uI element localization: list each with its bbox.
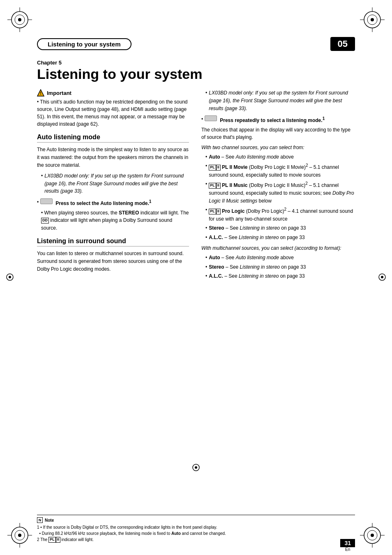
svg-point-31 [381, 276, 383, 278]
two-ch-plii-movie: PLII PL II Movie (Dolby Pro Logic II Mov… [205, 162, 355, 179]
multichannel-intro: With multichannel sources, you can selec… [201, 244, 355, 252]
warning-icon: ! [37, 89, 44, 97]
side-decoration-left [6, 273, 14, 282]
svg-point-9 [371, 18, 374, 21]
important-header: ! Important [37, 89, 189, 97]
chapter-title: Listening to your system [37, 67, 355, 82]
left-column: ! Important • This unit's audio function… [37, 89, 189, 282]
svg-point-2 [18, 18, 21, 21]
svg-point-16 [18, 534, 21, 537]
header-bar: Listening to your system 05 [37, 36, 355, 52]
auto-lx-text: LX03BD model only: If you set up the sys… [44, 172, 189, 195]
two-column-layout: ! Important • This unit's audio function… [37, 89, 355, 282]
press-auto-section: • Press to select the Auto listening mod… [37, 198, 189, 232]
press-auto-row: • Press to select the Auto listening mod… [37, 198, 189, 207]
two-channel-intro: With two channel sources, you can select… [201, 144, 355, 152]
multi-alc: A.L.C. – See Listening in stereo on page… [205, 272, 355, 280]
auto-lx-note: LX03BD model only: If you set up the sys… [41, 172, 189, 195]
two-ch-alc: A.L.C. – See Listening in stereo on page… [205, 234, 355, 242]
svg-text:!: ! [40, 91, 41, 96]
note-text-3: 2 The PLII indicator will light. [37, 537, 355, 543]
two-ch-auto: Auto – See Auto listening mode above [205, 153, 355, 161]
note-text-2: • During 88.2 kHz/96 kHz source playback… [37, 530, 355, 537]
surround-body: You can listen to stereo or multichannel… [37, 250, 189, 273]
footer-note: N Note 1 • If the source is Dolby Digita… [37, 515, 355, 543]
svg-point-29 [9, 276, 11, 278]
surround-section-title: Listening in surround sound [37, 237, 189, 246]
note-icon: N [37, 517, 43, 523]
side-decoration-right [378, 273, 386, 282]
right-lx-note: LX03BD model only: If you set up the sys… [205, 89, 355, 112]
corner-decoration-bl [7, 523, 32, 548]
chapter-label: Chapter 5 [37, 60, 355, 66]
two-ch-plii-music: PLII PL II Music (Dolby Pro Logic II Mus… [205, 180, 355, 205]
corner-decoration-br [360, 523, 385, 548]
header-title: Listening to your system [37, 38, 131, 50]
page-lang: En [340, 547, 355, 552]
page-number-area: 31 En [340, 539, 355, 552]
note-label: Note [45, 517, 54, 523]
stereo-indicator-note: • When playing stereo sources, the STERE… [41, 209, 189, 232]
two-ch-pro-logic: PLII Pro Logic (Dolby Pro Logic)2 – 4.1 … [205, 206, 355, 223]
press-repeatedly-section: • Press repeatedly to select a listening… [201, 115, 355, 280]
page-number-box: 31 [340, 539, 355, 547]
corner-decoration-tr [360, 7, 385, 32]
two-ch-stereo: Stereo – See Listening in stereo on page… [205, 224, 355, 232]
note-text-1: 1 • If the source is Dolby Digital or DT… [37, 524, 355, 530]
press-button-auto [40, 198, 53, 204]
important-label: Important [47, 90, 71, 96]
dd-indicator: DD [41, 218, 49, 223]
note-header: N Note [37, 517, 355, 523]
press-repeatedly-row: • Press repeatedly to select a listening… [201, 115, 355, 124]
multi-auto: Auto – See Auto listening mode above [205, 254, 355, 262]
multi-stereo: Stereo – See Listening in stereo on page… [205, 263, 355, 271]
press-button-repeat [205, 115, 217, 121]
important-text: • This unit's audio function may be rest… [37, 98, 189, 128]
important-box: ! Important • This unit's audio function… [37, 89, 189, 128]
choices-intro: The choices that appear in the display w… [201, 126, 355, 141]
main-content: Chapter 5 Listening to your system ! Imp… [37, 60, 355, 522]
auto-listening-section-title: Auto listening mode [37, 134, 189, 143]
press-repeatedly-label: Press repeatedly to select a listening m… [220, 115, 325, 124]
svg-point-23 [371, 534, 374, 537]
corner-decoration-tl [7, 7, 32, 32]
right-column: LX03BD model only: If you set up the sys… [201, 89, 355, 282]
auto-listening-body: The Auto listening mode is the simplest … [37, 146, 189, 169]
header-chapter-number: 05 [330, 37, 355, 51]
press-auto-label: Press to select the Auto listening mode.… [55, 198, 151, 207]
